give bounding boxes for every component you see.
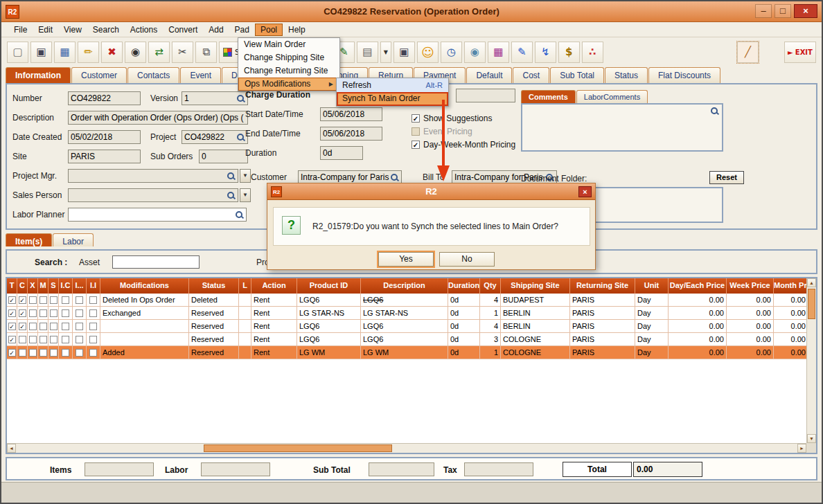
tab-labor[interactable]: Labor — [53, 233, 94, 246]
tab-default[interactable]: Default — [466, 67, 512, 83]
table-row[interactable]: ✓ ✓ Reserved Rent LGQ6 LGQ6 0d 4 BERLIN … — [7, 320, 806, 333]
row-flag-checkbox[interactable] — [39, 336, 47, 343]
history-button[interactable]: ◷ — [441, 42, 462, 63]
tab-status[interactable]: Status — [605, 67, 648, 83]
menu-pool[interactable]: Pool — [255, 24, 283, 36]
cut-button[interactable]: ✂ — [172, 42, 193, 63]
menu-help[interactable]: Help — [283, 24, 311, 36]
row-flag-checkbox[interactable]: ✓ — [8, 349, 16, 357]
new-document-button[interactable]: ▢ — [7, 42, 28, 63]
tab-sub-total[interactable]: Sub Total — [550, 67, 604, 83]
row-flag-checkbox[interactable] — [62, 309, 69, 317]
project-lookup-icon[interactable] — [236, 133, 245, 142]
labor-planner-field[interactable] — [68, 208, 247, 222]
maximize-button[interactable]: □ — [775, 4, 791, 18]
row-flag-checkbox[interactable] — [76, 349, 83, 357]
customer-field[interactable]: Intra-Company for Paris Sh — [298, 170, 402, 184]
dialog-close-button[interactable]: × — [578, 186, 592, 197]
row-flag-checkbox[interactable] — [62, 323, 69, 330]
menu-convert[interactable]: Convert — [163, 24, 203, 36]
number-field[interactable]: CO429822 — [68, 91, 141, 105]
description-field[interactable]: Order with Operation Order (Ops Order) (… — [68, 111, 248, 125]
comments-zoom-icon[interactable] — [710, 107, 719, 116]
project-mgr-dropdown[interactable]: ▼ — [240, 169, 251, 183]
menu-item-refresh[interactable]: Refresh Alt-R — [337, 78, 448, 92]
billing-button[interactable]: $ — [558, 42, 580, 63]
labor-planner-lookup-icon[interactable] — [235, 210, 244, 219]
tab-contacts[interactable]: Contacts — [127, 67, 179, 83]
row-flag-checkbox[interactable] — [89, 296, 97, 304]
menu-file[interactable]: File — [8, 24, 33, 36]
dwm-pricing-checkbox[interactable]: ✓ — [412, 141, 420, 149]
end-date-field[interactable]: 05/06/2018 — [320, 127, 382, 141]
date-created-field[interactable]: 05/02/2018 — [68, 130, 141, 144]
sales-person-dropdown[interactable]: ▼ — [240, 188, 251, 202]
find-button[interactable]: ◉ — [125, 42, 146, 63]
notes-button[interactable]: ✎ — [511, 42, 533, 63]
row-flag-checkbox[interactable] — [29, 349, 37, 357]
tab-event[interactable]: Event — [180, 67, 221, 83]
menu-pad[interactable]: Pad — [229, 24, 255, 36]
scroll-left-button[interactable]: ◄ — [7, 444, 16, 453]
site-field[interactable]: PARIS — [68, 150, 141, 163]
row-flag-checkbox[interactable]: ✓ — [8, 336, 16, 343]
delete-button[interactable]: ✖ — [101, 42, 123, 63]
project-mgr-field[interactable] — [68, 169, 238, 183]
pads-button[interactable]: ▤ — [357, 42, 378, 63]
row-flag-checkbox[interactable] — [62, 349, 69, 357]
version-field[interactable]: 1 — [182, 91, 248, 105]
table-row[interactable]: ✓ Reserved Rent LGQ6 LGQ6 0d 3 COLOGNE P… — [7, 333, 806, 346]
yes-button[interactable]: Yes — [378, 252, 434, 267]
edit-button[interactable]: ✏ — [78, 42, 99, 63]
table-row[interactable]: ✓ ✓ Deleted In Ops Order Deleted Rent LG… — [7, 294, 806, 307]
tab-customer[interactable]: Customer — [71, 67, 127, 83]
row-flag-checkbox[interactable] — [39, 296, 47, 304]
row-flag-checkbox[interactable]: ✓ — [19, 296, 26, 304]
project-mgr-lookup-icon[interactable] — [227, 172, 236, 181]
row-flag-checkbox[interactable] — [29, 296, 37, 304]
menu-search[interactable]: Search — [87, 24, 125, 36]
row-flag-checkbox[interactable]: ✓ — [19, 323, 26, 330]
tab-information[interactable]: Information — [6, 67, 71, 83]
tab-comments[interactable]: Comments — [521, 90, 576, 103]
menu-item-ops-modifications[interactable]: Ops Modifications ▶ — [238, 78, 339, 91]
copy-button[interactable]: ⧉ — [195, 42, 217, 63]
exit-button[interactable]: ► EXIT — [784, 42, 816, 63]
reset-button[interactable]: Reset — [709, 171, 744, 184]
tab-items[interactable]: Item(s) — [6, 233, 52, 246]
menu-view[interactable]: View — [58, 24, 87, 36]
row-flag-checkbox[interactable] — [39, 323, 47, 330]
row-flag-checkbox[interactable] — [76, 309, 83, 317]
row-flag-checkbox[interactable] — [29, 323, 37, 330]
duration-field[interactable]: 0d — [320, 146, 363, 160]
row-flag-checkbox[interactable] — [39, 349, 47, 357]
vertical-scrollbar[interactable]: ▲ ▼ — [806, 278, 816, 443]
minimize-button[interactable]: – — [755, 4, 772, 18]
scroll-right-button[interactable]: ► — [797, 444, 806, 453]
row-flag-checkbox[interactable] — [89, 336, 97, 343]
scroll-down-button[interactable]: ▼ — [807, 434, 816, 443]
feedback-button[interactable]: ☺ — [417, 42, 439, 63]
row-flag-checkbox[interactable]: ✓ — [19, 309, 26, 317]
save-button[interactable]: ▦ — [54, 42, 76, 63]
version-lookup-icon[interactable] — [236, 94, 245, 103]
comments-box[interactable] — [521, 103, 723, 152]
row-flag-checkbox[interactable]: ✓ — [8, 309, 16, 317]
row-flag-checkbox[interactable] — [76, 296, 83, 304]
horizontal-scrollbar[interactable]: ◄ ► — [7, 443, 806, 453]
row-flag-checkbox[interactable]: ✓ — [8, 296, 16, 304]
menu-item-change-shipping-site[interactable]: Change Shipping Site — [238, 51, 339, 64]
row-flag-checkbox[interactable] — [62, 296, 69, 304]
row-flag-checkbox[interactable] — [19, 336, 26, 343]
sales-person-lookup-icon[interactable] — [227, 191, 236, 200]
row-flag-checkbox[interactable] — [76, 336, 83, 343]
row-flag-checkbox[interactable] — [50, 336, 57, 343]
tab-labor-comments[interactable]: LaborComments — [576, 90, 648, 103]
scroll-up-button[interactable]: ▲ — [807, 278, 816, 287]
row-flag-checkbox[interactable] — [39, 309, 47, 317]
sub-orders-field[interactable]: 0 — [199, 150, 248, 163]
project-field[interactable]: CO429822 — [182, 130, 248, 144]
row-flag-checkbox[interactable] — [89, 349, 97, 357]
vertical-scroll-thumb[interactable] — [808, 289, 815, 319]
row-flag-checkbox[interactable] — [62, 336, 69, 343]
